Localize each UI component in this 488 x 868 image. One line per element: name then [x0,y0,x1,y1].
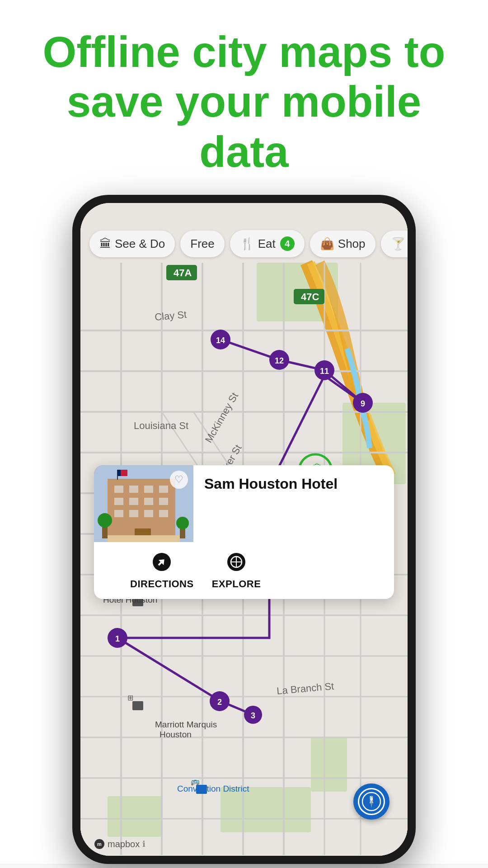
filter-see-and-do[interactable]: 🏛 See & Do [89,231,175,257]
svg-rect-76 [144,486,153,493]
hotel-name: Sam Houston Hotel [204,475,383,492]
bag-icon: 👜 [320,237,334,251]
filter-shop-label: Shop [338,237,366,251]
svg-rect-82 [114,510,123,517]
header-title: Offline city maps to save your mobile da… [27,27,461,177]
mapbox-text: mapbox [108,839,140,849]
svg-text:⊞: ⊞ [127,694,133,702]
svg-text:47C: 47C [301,291,319,302]
svg-rect-83 [129,510,138,517]
phone-wrapper: 🏛 ⊞ ⊞ 🚌 47A 47C [0,195,488,864]
info-card: ♡ Sam Houston Hotel [94,465,394,599]
phone-screen: 🏛 ⊞ ⊞ 🚌 47A 47C [80,203,408,856]
svg-rect-85 [159,510,168,517]
svg-rect-94 [108,535,180,542]
filter-eat[interactable]: 🍴 Eat 4 [230,230,305,257]
phone-frame: 🏛 ⊞ ⊞ 🚌 47A 47C [72,195,416,864]
hotel-image: ♡ [94,465,193,542]
filter-free[interactable]: Free [180,231,224,257]
compass-icon: N [358,788,385,815]
explore-button[interactable]: EXPLORE [212,549,261,590]
directions-button[interactable]: DIRECTIONS [130,549,194,590]
fork-icon: 🍴 [240,237,254,251]
svg-rect-79 [129,498,138,505]
svg-rect-3 [221,787,311,832]
info-icon: ℹ [142,839,145,849]
header-line2: save your mobile data [67,77,421,175]
info-card-top: ♡ Sam Houston Hotel [94,465,394,542]
svg-rect-75 [129,486,138,493]
svg-point-93 [176,517,189,529]
filter-party[interactable]: 🍸 Party [381,231,408,257]
header-section: Offline city maps to save your mobile da… [0,0,488,195]
svg-rect-74 [114,486,123,493]
svg-point-91 [98,513,112,528]
svg-rect-5 [108,796,162,837]
header-line1: Offline city maps to [43,28,446,76]
svg-rect-77 [159,486,168,493]
eat-badge: 4 [280,236,295,251]
compass-button[interactable]: N [353,783,389,820]
svg-rect-80 [144,498,153,505]
directions-icon [149,549,174,575]
svg-text:m: m [97,841,102,847]
explore-icon [224,549,249,575]
directions-label: DIRECTIONS [130,578,194,590]
filter-eat-label: Eat [258,237,276,251]
info-card-content: Sam Houston Hotel [193,465,394,500]
cocktail-icon: 🍸 [391,237,405,251]
svg-rect-89 [117,470,121,476]
favorite-button[interactable]: ♡ [170,471,188,489]
filter-bar: 🏛 See & Do Free 🍴 Eat 4 👜 Shop 🍸 P [80,223,408,264]
svg-rect-4 [311,737,347,792]
filter-see-do-label: See & Do [115,237,165,251]
explore-label: EXPLORE [212,578,261,590]
svg-rect-35 [196,785,207,794]
svg-text:47A: 47A [174,267,192,278]
svg-rect-84 [144,510,153,517]
info-card-actions: DIRECTIONS EXPLORE [94,542,394,599]
bottom-strip: Go Way-Finding Through Downtown Houston [0,864,488,868]
mapbox-logo: m mapbox ℹ [94,839,145,849]
filter-shop[interactable]: 👜 Shop [310,231,375,257]
svg-text:🚌: 🚌 [191,777,200,786]
svg-rect-33 [132,701,143,710]
filter-free-label: Free [190,237,214,251]
svg-rect-78 [114,498,123,505]
svg-rect-81 [159,498,168,505]
museum-icon: 🏛 [99,237,111,251]
